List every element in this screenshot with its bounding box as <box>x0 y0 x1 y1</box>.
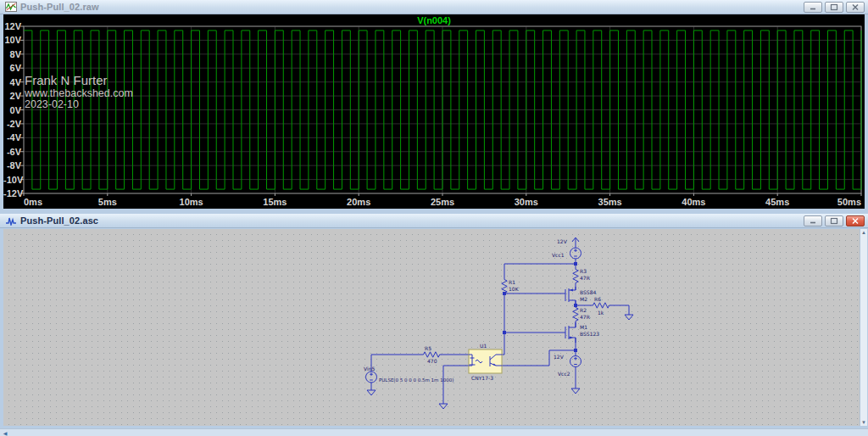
scroll-left-icon[interactable]: ◀ <box>1 430 9 436</box>
x-axis-label: 35ms <box>593 197 627 207</box>
u1-value-label: CNY17-3 <box>471 375 493 381</box>
mosfet-m2[interactable]: BSS84 M2 <box>565 287 596 305</box>
r6-value-label: 1k <box>598 310 604 316</box>
schematic-maximize-button[interactable] <box>825 215 843 226</box>
annotation-website: www.thebackshed.com <box>25 87 133 99</box>
u1-name-label: U1 <box>480 343 487 349</box>
waveform-trace[interactable] <box>24 31 861 189</box>
m2-value-label: BSS84 <box>580 289 596 295</box>
scroll-down-icon[interactable]: ▼ <box>861 420 866 425</box>
y-axis-label: 10V <box>3 35 21 45</box>
ground-symbol[interactable] <box>439 404 448 409</box>
waveform-window-icon <box>5 2 17 12</box>
r2-name-label: R2 <box>580 307 587 313</box>
x-axis-label: 40ms <box>676 197 710 207</box>
y-axis-label: -10V <box>3 175 21 185</box>
r3-name-label: R3 <box>580 268 587 274</box>
x-axis-label: 0ms <box>24 197 42 207</box>
vcc2-name-label: Vcc2 <box>558 371 570 377</box>
ground-symbol[interactable] <box>367 390 376 395</box>
y-axis-label: -2V <box>3 119 21 129</box>
m1-name-label: M1 <box>580 324 587 330</box>
power-flag-12v[interactable] <box>572 238 579 244</box>
vcc1-power-label: 12V <box>557 238 568 244</box>
y-axis-label: -6V <box>3 147 21 157</box>
m1-value-label: BSS123 <box>580 331 599 337</box>
close-icon <box>851 3 860 11</box>
voltage-source-vcc2[interactable]: 12V Vcc2 <box>554 354 581 377</box>
waveform-window-title: Push-Pull_02.raw <box>20 2 99 12</box>
y-axis-label: 6V <box>3 63 21 73</box>
x-axis-label: 25ms <box>426 197 459 207</box>
schematic-window-titlebar[interactable]: Push-Pull_02.asc <box>0 214 868 228</box>
x-axis-label: 5ms <box>91 197 125 207</box>
mosfet-m1[interactable]: M1 BSS123 <box>565 322 599 343</box>
r1-value-label: 10K <box>509 286 520 292</box>
schematic-canvas[interactable]: 12V Vcc1 R3 47R BSS84 M2 <box>3 229 860 426</box>
x-axis-label: 45ms <box>760 197 794 207</box>
voltage-source-vin5[interactable]: Vin5 PULSE(0 5 0 0 0 0.5m 1m 1000) <box>364 366 453 383</box>
resistor-r3[interactable]: R3 47R <box>573 268 590 284</box>
y-axis-label: 0V <box>3 105 21 115</box>
schematic-window-icon <box>5 215 17 226</box>
waveform-minimize-button[interactable] <box>804 2 822 13</box>
voltage-source-vcc1[interactable]: 12V Vcc1 <box>552 238 581 259</box>
vcc1-name-label: Vcc1 <box>552 252 565 258</box>
r5-name-label: R5 <box>425 345 431 351</box>
r2-value-label: 47R <box>580 314 590 320</box>
schematic-window-title: Push-Pull_02.asc <box>20 215 98 226</box>
annotation-author: Frank N Furter <box>25 73 108 87</box>
ltspice-app: { "window1": { "title": "Push-Pull_02.ra… <box>0 0 868 436</box>
schematic-horizontal-scrollbar[interactable]: ◀ <box>0 428 868 436</box>
schematic-close-button[interactable] <box>846 215 865 226</box>
x-axis-label: 50ms <box>832 197 861 207</box>
junction-dot <box>574 262 577 266</box>
y-axis-label: 2V <box>3 91 21 101</box>
waveform-window: Push-Pull_02.raw V(n004) Frank N Furter … <box>0 0 868 212</box>
schematic-minimize-button[interactable] <box>804 215 822 226</box>
junction-dot <box>503 331 506 334</box>
ground-symbol[interactable] <box>625 315 633 320</box>
junction-dot <box>574 349 577 352</box>
schematic-vertical-scrollbar[interactable]: ▲ ▼ <box>860 229 867 426</box>
r3-value-label: 47R <box>580 275 590 281</box>
optocoupler-u1[interactable]: U1 CNY17-3 <box>469 343 502 381</box>
vcc2-power-label: 12V <box>554 354 565 360</box>
minimize-icon <box>809 3 817 11</box>
x-axis-label: 20ms <box>342 197 376 207</box>
waveform-maximize-button[interactable] <box>825 2 843 13</box>
scroll-up-icon[interactable]: ▲ <box>861 230 866 235</box>
waveform-plot[interactable] <box>3 14 865 209</box>
resistor-r2[interactable]: R2 47R <box>573 306 590 322</box>
vin5-value-label: PULSE(0 5 0 0 0 0.5m 1m 1000) <box>379 377 453 383</box>
x-axis-label: 10ms <box>175 197 209 207</box>
resistor-r5[interactable]: R5 470 <box>422 345 441 364</box>
y-axis-label: 4V <box>3 77 21 87</box>
y-axis-label: 12V <box>3 21 21 31</box>
minimize-icon <box>809 217 817 225</box>
r1-name-label: R1 <box>509 279 515 285</box>
waveform-close-button[interactable] <box>846 2 865 13</box>
y-axis-label: -8V <box>3 160 21 170</box>
x-axis-label: 30ms <box>509 197 543 207</box>
close-icon <box>851 217 860 225</box>
x-axis-label: 15ms <box>258 197 292 207</box>
annotation-date: 2023-02-10 <box>25 98 79 110</box>
r6-name-label: R6 <box>594 296 601 302</box>
maximize-icon <box>830 3 838 11</box>
trace-legend[interactable]: V(n004) <box>3 15 865 26</box>
y-axis-label: -4V <box>3 132 21 143</box>
resistor-r6[interactable]: R6 1k <box>592 296 610 316</box>
vin5-name-label: Vin5 <box>364 366 375 372</box>
schematic-window: Push-Pull_02.asc <box>0 214 868 428</box>
y-axis-label: 8V <box>3 49 21 59</box>
waveform-window-titlebar[interactable]: Push-Pull_02.raw <box>0 0 868 14</box>
ground-symbol[interactable] <box>571 388 580 394</box>
m2-name-label: M2 <box>580 296 587 302</box>
r5-value-label: 470 <box>427 358 437 364</box>
waveform-plot-area[interactable]: V(n004) Frank N Furter www.thebackshed.c… <box>3 14 865 209</box>
y-axis-label: -12V <box>3 188 21 198</box>
maximize-icon <box>830 217 838 225</box>
